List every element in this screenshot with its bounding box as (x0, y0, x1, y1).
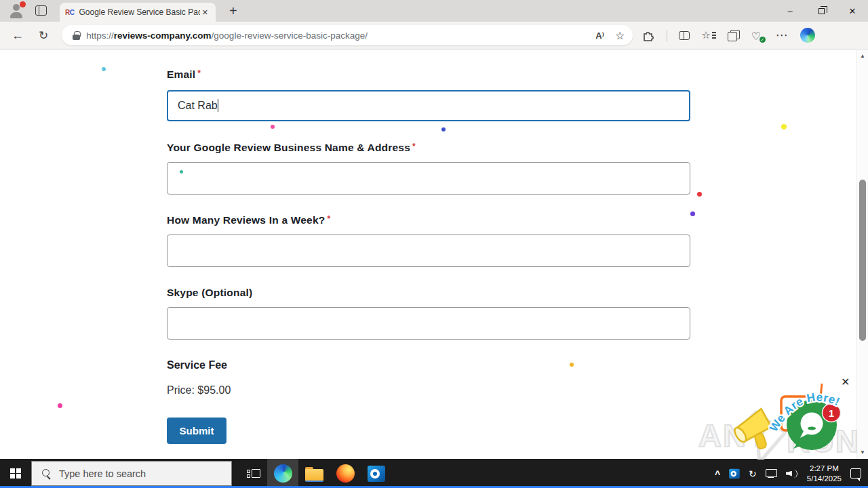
taskbar-search[interactable]: Type here to search (31, 461, 232, 486)
text-caret (218, 99, 219, 112)
page-content: Email* Cat Rab Your Google Review Busine… (0, 50, 868, 460)
confetti-dot (441, 127, 446, 131)
confetti-dot (690, 211, 695, 216)
taskbar-explorer-icon[interactable] (298, 459, 330, 488)
clock-time: 2:27 PM (807, 464, 842, 474)
windows-logo-icon (10, 468, 21, 479)
avatar-head (13, 4, 20, 11)
lock-icon (73, 31, 80, 40)
business-name-label: Your Google Review Business Name & Addre… (167, 142, 416, 154)
toolbar-icons: ☆ + ♡ ✓ ⋯ (642, 28, 814, 43)
split-screen-icon[interactable] (679, 31, 690, 40)
required-marker: * (197, 68, 201, 78)
toolbar-divider (667, 30, 667, 41)
copilot-icon[interactable] (800, 28, 815, 43)
taskbar-firefox-icon[interactable] (330, 459, 361, 488)
required-marker: * (327, 214, 330, 224)
favorites-lines (712, 32, 716, 39)
browser-essentials-icon[interactable]: ♡ ✓ (751, 30, 764, 41)
clock-date: 5/14/2025 (807, 474, 842, 484)
profile-avatar[interactable] (8, 3, 24, 19)
firefox-logo (336, 464, 355, 483)
email-value: Cat Rab (168, 100, 218, 111)
task-view-button[interactable] (240, 459, 267, 488)
restore-button[interactable] (806, 0, 837, 22)
favorite-star-icon[interactable]: ☆ (615, 29, 625, 42)
system-tray: ^ ↻ 2:27 PM 5/14/2025 (715, 464, 868, 484)
start-button[interactable] (0, 459, 31, 488)
tray-sync-icon[interactable]: ↻ (749, 468, 757, 479)
read-aloud-icon[interactable]: A⁾ (595, 30, 604, 41)
refresh-button[interactable]: ↻ (39, 28, 48, 43)
scroll-up-arrow[interactable]: ▲ (857, 53, 868, 59)
submit-button[interactable]: Submit (167, 418, 226, 444)
search-icon (41, 468, 52, 479)
settings-more-icon[interactable]: ⋯ (776, 28, 789, 43)
price-text: Price: $95.00 (167, 384, 231, 396)
tray-chevron-icon[interactable]: ^ (715, 469, 720, 480)
action-center-icon[interactable] (850, 468, 861, 479)
window-controls: – ✕ (774, 0, 868, 22)
address-bar[interactable]: https://reviews-company.com/google-revie… (62, 25, 633, 45)
favorites-icon[interactable]: ☆ (701, 29, 715, 41)
browser-titlebar: RC Google Review Service Basic Pack ✕ + … (0, 0, 868, 22)
we-are-here-text: We Are Here! (768, 380, 863, 447)
confetti-dot (180, 170, 183, 174)
confetti-dot (697, 192, 702, 197)
search-placeholder: Type here to search (59, 468, 146, 479)
back-button[interactable]: ← (12, 28, 24, 43)
scrollbar-thumb[interactable] (859, 180, 866, 341)
minimize-button[interactable]: – (774, 0, 806, 22)
url-text: https://reviews-company.com/google-revie… (86, 30, 595, 41)
browser-toolbar: ← ↻ https://reviews-company.com/google-r… (0, 22, 868, 49)
taskbar-edge-icon[interactable] (267, 459, 298, 488)
essentials-check-badge: ✓ (760, 37, 766, 43)
browser-tab[interactable]: RC Google Review Service Basic Pack ✕ (60, 3, 216, 22)
skype-input[interactable] (167, 307, 690, 340)
site-favicon: RC (65, 9, 74, 16)
skype-label: Skype (Optional) (167, 287, 252, 299)
avatar-body (10, 12, 22, 18)
confetti-dot (271, 125, 275, 129)
taskbar-outlook-icon[interactable] (361, 459, 392, 488)
new-tab-button[interactable]: + (225, 2, 241, 20)
folder-icon (305, 467, 323, 481)
edge-logo (274, 464, 292, 483)
email-label: Email* (167, 68, 201, 81)
task-view-window (252, 469, 260, 478)
outlook-logo (368, 466, 385, 482)
confetti-dot (102, 67, 106, 71)
widget-close-icon[interactable]: ✕ (840, 374, 851, 390)
notification-dot (20, 1, 26, 7)
email-input[interactable]: Cat Rab (167, 90, 690, 121)
tab-title: Google Review Service Basic Pack (79, 7, 199, 17)
reviews-per-week-input[interactable] (167, 235, 690, 267)
confetti-dot (781, 124, 787, 129)
volume-icon[interactable] (786, 469, 798, 479)
service-fee-label: Service Fee (167, 359, 227, 371)
tab-close-icon[interactable]: ✕ (200, 7, 210, 18)
collections-icon[interactable]: + (728, 30, 740, 41)
reviews-per-week-label: How Many Reviews In a Week?* (167, 214, 330, 226)
screen: RC Google Review Service Basic Pack ✕ + … (0, 0, 868, 488)
extensions-icon[interactable] (642, 29, 655, 42)
confetti-dot (570, 363, 574, 367)
tab-actions-icon[interactable] (35, 5, 47, 16)
network-icon[interactable] (766, 469, 777, 478)
svg-text:We Are Here!: We Are Here! (768, 391, 842, 434)
business-name-input[interactable] (167, 162, 690, 195)
close-window-button[interactable]: ✕ (837, 0, 868, 22)
taskbar: Type here to search ^ ↻ 2:27 PM 5/14/202… (0, 459, 868, 488)
collections-plus-glyph: + (730, 35, 734, 42)
task-view-thumbnails (247, 470, 250, 478)
confetti-dot (58, 403, 62, 408)
required-marker: * (412, 142, 416, 151)
taskbar-clock[interactable]: 2:27 PM 5/14/2025 (807, 464, 842, 484)
tray-outlook-icon[interactable] (729, 468, 740, 478)
restore-icon (818, 8, 825, 14)
favorites-star-glyph: ☆ (701, 29, 710, 41)
